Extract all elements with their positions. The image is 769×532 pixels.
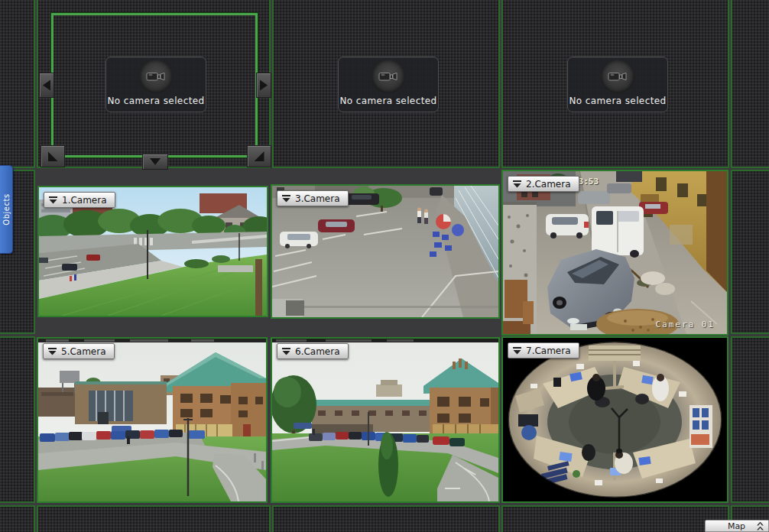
camera-label-button[interactable]: 1.Camera bbox=[44, 192, 115, 208]
expand-right-button[interactable] bbox=[256, 73, 271, 98]
no-camera-placeholder: No camera selected bbox=[567, 57, 668, 112]
dropdown-arrow-icon bbox=[513, 347, 521, 355]
no-camera-text: No camera selected bbox=[339, 96, 438, 106]
chevron-up-double-icon bbox=[757, 522, 764, 530]
objects-panel-tab[interactable]: Objects bbox=[0, 165, 13, 254]
camera-label-text: 5.Camera bbox=[61, 346, 106, 357]
empty-cell[interactable] bbox=[0, 336, 35, 503]
empty-cell[interactable]: No camera selected bbox=[272, 0, 500, 168]
empty-cell[interactable] bbox=[37, 505, 271, 532]
dropdown-arrow-icon bbox=[48, 348, 57, 355]
dropdown-arrow-icon bbox=[282, 348, 290, 355]
arrow-down-icon bbox=[150, 158, 161, 165]
expand-down-right-button[interactable] bbox=[247, 145, 271, 167]
no-camera-text: No camera selected bbox=[106, 96, 206, 106]
dropdown-arrow-icon bbox=[49, 196, 57, 204]
camera-icon bbox=[139, 60, 173, 93]
camera-label-button[interactable]: 7.Camera bbox=[508, 342, 579, 358]
video-frame-camera-7 bbox=[503, 338, 727, 501]
arrow-down-left-icon bbox=[48, 151, 58, 161]
empty-cell[interactable] bbox=[731, 0, 769, 168]
camera-label-button[interactable]: 5.Camera bbox=[43, 343, 115, 359]
camera-icon bbox=[372, 60, 405, 93]
map-panel-button[interactable]: Map bbox=[705, 520, 769, 532]
expand-left-button[interactable] bbox=[39, 73, 54, 98]
empty-cell[interactable] bbox=[731, 336, 769, 503]
arrow-right-icon bbox=[260, 80, 268, 91]
camera-label-button[interactable]: 3.Camera bbox=[277, 190, 349, 206]
camera-tile-3[interactable]: 3.Camera bbox=[271, 184, 500, 319]
camera-label-text: 6.Camera bbox=[295, 346, 340, 357]
camera-icon-glyph bbox=[608, 70, 628, 83]
selected-cell[interactable]: No camera selected bbox=[37, 0, 271, 168]
no-camera-text: No camera selected bbox=[568, 96, 667, 106]
osd-camera-watermark: Camera 01 bbox=[655, 320, 715, 329]
camera-tile-2[interactable]: 53:53 Camera 01 2.Camera bbox=[501, 170, 728, 336]
video-frame-camera-6 bbox=[272, 339, 498, 501]
arrow-left-icon bbox=[43, 80, 50, 91]
no-camera-placeholder: No camera selected bbox=[338, 57, 439, 112]
camera-tile-1[interactable]: 1.Camera bbox=[37, 186, 268, 317]
map-button-label: Map bbox=[706, 521, 757, 531]
empty-cell[interactable] bbox=[0, 0, 35, 168]
camera-label-button[interactable]: 6.Camera bbox=[277, 343, 349, 359]
empty-cell[interactable] bbox=[731, 170, 769, 334]
camera-tile-6[interactable]: 6.Camera bbox=[271, 337, 500, 503]
empty-cell[interactable] bbox=[272, 505, 500, 532]
arrow-down-right-icon bbox=[255, 151, 264, 161]
camera-tile-5[interactable]: 5.Camera bbox=[37, 337, 268, 503]
no-camera-placeholder: No camera selected bbox=[105, 57, 206, 112]
camera-icon-glyph bbox=[146, 70, 166, 83]
camera-tile-7[interactable]: 7.Camera bbox=[501, 336, 728, 503]
empty-cell[interactable] bbox=[501, 505, 729, 532]
camera-icon-glyph bbox=[378, 70, 398, 83]
empty-cell[interactable] bbox=[0, 505, 35, 532]
expand-down-left-button[interactable] bbox=[41, 145, 65, 167]
camera-label-text: 2.Camera bbox=[526, 179, 571, 190]
empty-cell[interactable]: No camera selected bbox=[501, 0, 729, 168]
camera-label-text: 3.Camera bbox=[295, 193, 340, 204]
video-frame-camera-2 bbox=[503, 171, 727, 334]
objects-tab-label: Objects bbox=[2, 193, 11, 225]
camera-label-button[interactable]: 2.Camera bbox=[508, 176, 579, 192]
dropdown-arrow-icon bbox=[282, 195, 290, 203]
video-frame-camera-5 bbox=[38, 339, 266, 501]
camera-label-text: 1.Camera bbox=[62, 195, 107, 206]
camera-label-text: 7.Camera bbox=[526, 345, 571, 356]
dropdown-arrow-icon bbox=[513, 180, 521, 188]
expand-down-button[interactable] bbox=[142, 154, 168, 170]
layout-canvas: No camera selected No camera selected bbox=[0, 0, 769, 532]
camera-icon bbox=[601, 60, 634, 93]
